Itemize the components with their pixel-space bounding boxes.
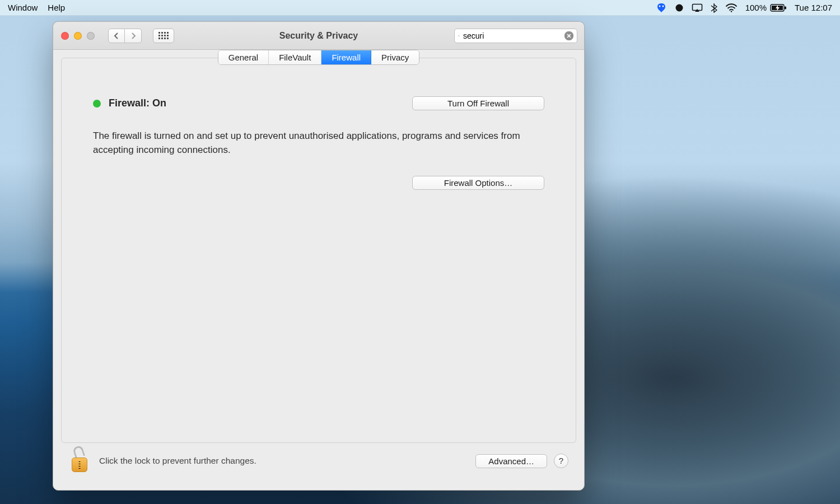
search-field[interactable] xyxy=(454,29,577,43)
lock-button[interactable] xyxy=(69,449,90,473)
lock-open-icon xyxy=(72,445,85,459)
clear-icon xyxy=(564,31,573,40)
battery-percent: 100% xyxy=(745,3,767,12)
svg-rect-17 xyxy=(161,38,163,39)
window-titlebar: Security & Privacy xyxy=(53,22,584,50)
zoom-window-button[interactable] xyxy=(87,32,95,40)
firewall-description: The firewall is turned on and set up to … xyxy=(93,129,524,157)
chevron-right-icon xyxy=(130,32,136,40)
preferences-window: Security & Privacy General FileVault Fir… xyxy=(53,21,585,491)
menu-window[interactable]: Window xyxy=(8,3,38,12)
svg-line-21 xyxy=(459,36,460,36)
show-all-button[interactable] xyxy=(153,29,174,43)
svg-rect-12 xyxy=(158,35,160,36)
svg-rect-8 xyxy=(158,32,160,34)
tab-privacy[interactable]: Privacy xyxy=(371,50,419,64)
close-window-button[interactable] xyxy=(61,32,69,40)
svg-point-1 xyxy=(662,5,664,7)
back-button[interactable] xyxy=(108,29,125,43)
firewall-panel: General FileVault Firewall Privacy Firew… xyxy=(61,58,576,443)
search-icon xyxy=(458,32,460,40)
firewall-options-button[interactable]: Firewall Options… xyxy=(412,176,544,190)
forward-button[interactable] xyxy=(125,29,142,43)
menuextra-dot-icon[interactable] xyxy=(675,3,684,12)
menu-clock[interactable]: Tue 12:07 xyxy=(795,3,832,12)
tab-firewall[interactable]: Firewall xyxy=(321,50,371,64)
bluetooth-icon[interactable] xyxy=(711,3,717,13)
svg-rect-19 xyxy=(167,38,169,39)
svg-rect-15 xyxy=(167,35,169,36)
svg-rect-9 xyxy=(161,32,163,34)
wifi-icon[interactable] xyxy=(725,3,738,12)
battery-status[interactable]: 100% xyxy=(745,3,787,12)
advanced-button[interactable]: Advanced… xyxy=(475,454,547,468)
svg-rect-14 xyxy=(164,35,166,36)
turn-off-firewall-button[interactable]: Turn Off Firewall xyxy=(412,96,544,110)
search-input[interactable] xyxy=(463,31,561,40)
svg-point-20 xyxy=(458,35,459,36)
tab-general[interactable]: General xyxy=(218,50,269,64)
clear-search-button[interactable] xyxy=(564,31,573,40)
chevron-left-icon xyxy=(114,32,119,40)
svg-rect-11 xyxy=(167,32,169,34)
svg-rect-18 xyxy=(164,38,166,39)
tab-filevault[interactable]: FileVault xyxy=(269,50,321,64)
svg-rect-7 xyxy=(785,6,786,9)
svg-rect-10 xyxy=(164,32,166,34)
window-footer: Click the lock to prevent further change… xyxy=(61,443,576,482)
svg-rect-16 xyxy=(158,38,160,39)
traffic-lights xyxy=(60,32,95,40)
menuextra-app-icon[interactable] xyxy=(656,3,667,13)
airplay-icon[interactable] xyxy=(692,3,703,12)
svg-point-0 xyxy=(659,5,660,7)
tab-bar: General FileVault Firewall Privacy xyxy=(218,50,420,65)
help-button[interactable]: ? xyxy=(554,454,568,468)
svg-rect-13 xyxy=(161,35,163,36)
svg-point-2 xyxy=(675,4,683,11)
menu-bar: Window Help 100% Tue 12:07 xyxy=(0,0,840,16)
firewall-status-label: Firewall: On xyxy=(109,97,166,109)
minimize-window-button[interactable] xyxy=(74,32,82,40)
lock-hint-text: Click the lock to prevent further change… xyxy=(99,456,466,466)
grid-icon xyxy=(158,32,169,40)
firewall-status-indicator xyxy=(93,100,101,108)
battery-icon xyxy=(770,4,787,12)
svg-point-4 xyxy=(730,11,731,12)
menu-help[interactable]: Help xyxy=(48,3,65,12)
